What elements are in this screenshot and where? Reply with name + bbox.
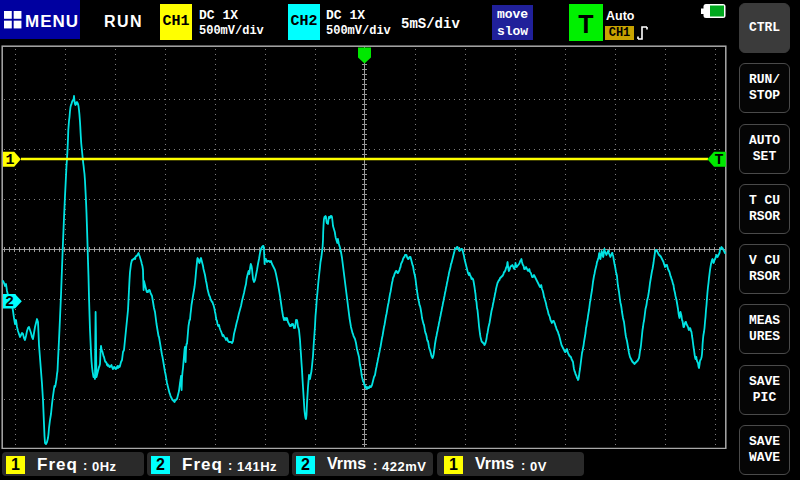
svg-text:1: 1 xyxy=(6,152,15,169)
svg-text:2: 2 xyxy=(5,294,14,311)
svg-text:T: T xyxy=(715,152,724,169)
